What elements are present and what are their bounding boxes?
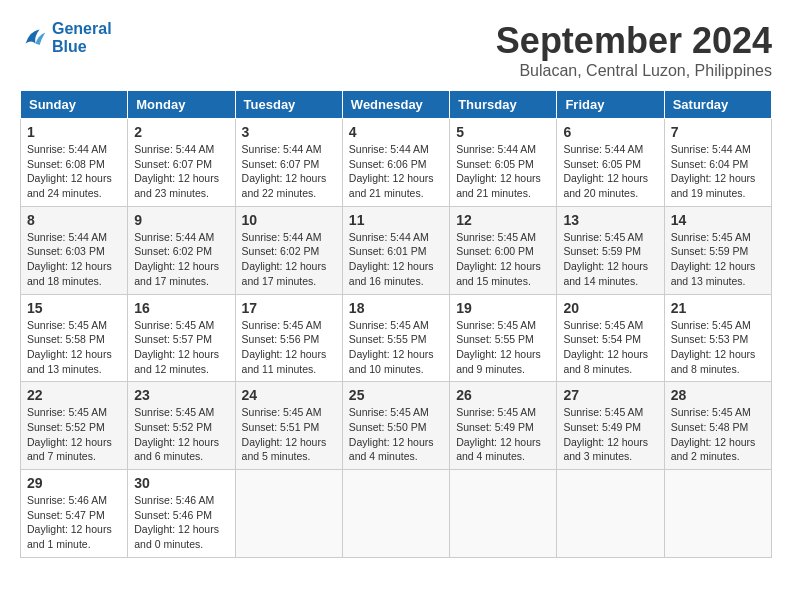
sunset-label: Sunset: 5:50 PM <box>349 421 427 433</box>
sunset-label: Sunset: 6:05 PM <box>456 158 534 170</box>
day-info: Sunrise: 5:45 AM Sunset: 5:52 PM Dayligh… <box>134 405 228 464</box>
calendar-cell: 17 Sunrise: 5:45 AM Sunset: 5:56 PM Dayl… <box>235 294 342 382</box>
month-title: September 2024 <box>496 20 772 62</box>
day-info: Sunrise: 5:45 AM Sunset: 5:55 PM Dayligh… <box>349 318 443 377</box>
sunset-label: Sunset: 6:04 PM <box>671 158 749 170</box>
sunrise-label: Sunrise: 5:45 AM <box>563 406 643 418</box>
sunrise-label: Sunrise: 5:45 AM <box>349 406 429 418</box>
day-number: 5 <box>456 124 550 140</box>
sunset-label: Sunset: 6:02 PM <box>242 245 320 257</box>
day-info: Sunrise: 5:44 AM Sunset: 6:08 PM Dayligh… <box>27 142 121 201</box>
page-header: General Blue September 2024 Bulacan, Cen… <box>20 20 772 80</box>
calendar-cell: 19 Sunrise: 5:45 AM Sunset: 5:55 PM Dayl… <box>450 294 557 382</box>
logo-text: General Blue <box>52 20 112 55</box>
daylight-label: Daylight: 12 hours and 11 minutes. <box>242 348 327 375</box>
weekday-header-thursday: Thursday <box>450 91 557 119</box>
daylight-label: Daylight: 12 hours and 9 minutes. <box>456 348 541 375</box>
calendar-cell: 1 Sunrise: 5:44 AM Sunset: 6:08 PM Dayli… <box>21 119 128 207</box>
sunset-label: Sunset: 5:54 PM <box>563 333 641 345</box>
calendar-cell <box>450 470 557 558</box>
sunset-label: Sunset: 5:58 PM <box>27 333 105 345</box>
logo: General Blue <box>20 20 112 55</box>
calendar-cell <box>557 470 664 558</box>
sunset-label: Sunset: 5:47 PM <box>27 509 105 521</box>
day-info: Sunrise: 5:44 AM Sunset: 6:04 PM Dayligh… <box>671 142 765 201</box>
day-info: Sunrise: 5:44 AM Sunset: 6:02 PM Dayligh… <box>134 230 228 289</box>
calendar-cell: 29 Sunrise: 5:46 AM Sunset: 5:47 PM Dayl… <box>21 470 128 558</box>
sunrise-label: Sunrise: 5:44 AM <box>349 143 429 155</box>
day-info: Sunrise: 5:45 AM Sunset: 5:51 PM Dayligh… <box>242 405 336 464</box>
calendar-cell: 18 Sunrise: 5:45 AM Sunset: 5:55 PM Dayl… <box>342 294 449 382</box>
calendar-cell: 11 Sunrise: 5:44 AM Sunset: 6:01 PM Dayl… <box>342 206 449 294</box>
weekday-header-sunday: Sunday <box>21 91 128 119</box>
day-number: 15 <box>27 300 121 316</box>
sunrise-label: Sunrise: 5:45 AM <box>134 319 214 331</box>
sunset-label: Sunset: 5:55 PM <box>349 333 427 345</box>
sunrise-label: Sunrise: 5:44 AM <box>134 231 214 243</box>
daylight-label: Daylight: 12 hours and 13 minutes. <box>671 260 756 287</box>
sunrise-label: Sunrise: 5:45 AM <box>563 319 643 331</box>
sunset-label: Sunset: 6:00 PM <box>456 245 534 257</box>
daylight-label: Daylight: 12 hours and 19 minutes. <box>671 172 756 199</box>
day-number: 4 <box>349 124 443 140</box>
daylight-label: Daylight: 12 hours and 23 minutes. <box>134 172 219 199</box>
day-number: 13 <box>563 212 657 228</box>
daylight-label: Daylight: 12 hours and 18 minutes. <box>27 260 112 287</box>
sunset-label: Sunset: 6:01 PM <box>349 245 427 257</box>
day-info: Sunrise: 5:45 AM Sunset: 5:49 PM Dayligh… <box>456 405 550 464</box>
sunset-label: Sunset: 6:08 PM <box>27 158 105 170</box>
daylight-label: Daylight: 12 hours and 7 minutes. <box>27 436 112 463</box>
calendar-cell: 26 Sunrise: 5:45 AM Sunset: 5:49 PM Dayl… <box>450 382 557 470</box>
sunrise-label: Sunrise: 5:44 AM <box>27 231 107 243</box>
calendar-cell <box>664 470 771 558</box>
day-info: Sunrise: 5:45 AM Sunset: 5:54 PM Dayligh… <box>563 318 657 377</box>
day-info: Sunrise: 5:44 AM Sunset: 6:07 PM Dayligh… <box>242 142 336 201</box>
day-number: 20 <box>563 300 657 316</box>
sunrise-label: Sunrise: 5:45 AM <box>456 406 536 418</box>
day-number: 14 <box>671 212 765 228</box>
sunset-label: Sunset: 6:07 PM <box>242 158 320 170</box>
week-row: 29 Sunrise: 5:46 AM Sunset: 5:47 PM Dayl… <box>21 470 772 558</box>
daylight-label: Daylight: 12 hours and 5 minutes. <box>242 436 327 463</box>
sunrise-label: Sunrise: 5:45 AM <box>27 406 107 418</box>
sunrise-label: Sunrise: 5:44 AM <box>349 231 429 243</box>
day-info: Sunrise: 5:45 AM Sunset: 5:53 PM Dayligh… <box>671 318 765 377</box>
logo-icon <box>20 24 48 52</box>
day-info: Sunrise: 5:44 AM Sunset: 6:02 PM Dayligh… <box>242 230 336 289</box>
daylight-label: Daylight: 12 hours and 8 minutes. <box>671 348 756 375</box>
daylight-label: Daylight: 12 hours and 0 minutes. <box>134 523 219 550</box>
calendar-cell: 25 Sunrise: 5:45 AM Sunset: 5:50 PM Dayl… <box>342 382 449 470</box>
day-info: Sunrise: 5:45 AM Sunset: 5:55 PM Dayligh… <box>456 318 550 377</box>
sunrise-label: Sunrise: 5:45 AM <box>671 319 751 331</box>
day-number: 24 <box>242 387 336 403</box>
day-info: Sunrise: 5:45 AM Sunset: 5:59 PM Dayligh… <box>563 230 657 289</box>
daylight-label: Daylight: 12 hours and 17 minutes. <box>242 260 327 287</box>
day-info: Sunrise: 5:46 AM Sunset: 5:47 PM Dayligh… <box>27 493 121 552</box>
day-info: Sunrise: 5:46 AM Sunset: 5:46 PM Dayligh… <box>134 493 228 552</box>
calendar-cell: 10 Sunrise: 5:44 AM Sunset: 6:02 PM Dayl… <box>235 206 342 294</box>
daylight-label: Daylight: 12 hours and 21 minutes. <box>349 172 434 199</box>
daylight-label: Daylight: 12 hours and 13 minutes. <box>27 348 112 375</box>
calendar-cell: 4 Sunrise: 5:44 AM Sunset: 6:06 PM Dayli… <box>342 119 449 207</box>
day-info: Sunrise: 5:44 AM Sunset: 6:05 PM Dayligh… <box>456 142 550 201</box>
sunset-label: Sunset: 5:46 PM <box>134 509 212 521</box>
calendar-cell: 7 Sunrise: 5:44 AM Sunset: 6:04 PM Dayli… <box>664 119 771 207</box>
day-number: 7 <box>671 124 765 140</box>
sunset-label: Sunset: 6:03 PM <box>27 245 105 257</box>
sunset-label: Sunset: 5:49 PM <box>456 421 534 433</box>
sunrise-label: Sunrise: 5:45 AM <box>242 406 322 418</box>
day-number: 25 <box>349 387 443 403</box>
day-number: 19 <box>456 300 550 316</box>
daylight-label: Daylight: 12 hours and 4 minutes. <box>349 436 434 463</box>
day-number: 26 <box>456 387 550 403</box>
sunset-label: Sunset: 6:02 PM <box>134 245 212 257</box>
calendar-cell: 27 Sunrise: 5:45 AM Sunset: 5:49 PM Dayl… <box>557 382 664 470</box>
day-info: Sunrise: 5:45 AM Sunset: 5:56 PM Dayligh… <box>242 318 336 377</box>
sunrise-label: Sunrise: 5:46 AM <box>27 494 107 506</box>
day-number: 22 <box>27 387 121 403</box>
sunrise-label: Sunrise: 5:44 AM <box>27 143 107 155</box>
location-title: Bulacan, Central Luzon, Philippines <box>496 62 772 80</box>
day-number: 2 <box>134 124 228 140</box>
daylight-label: Daylight: 12 hours and 10 minutes. <box>349 348 434 375</box>
sunrise-label: Sunrise: 5:44 AM <box>456 143 536 155</box>
